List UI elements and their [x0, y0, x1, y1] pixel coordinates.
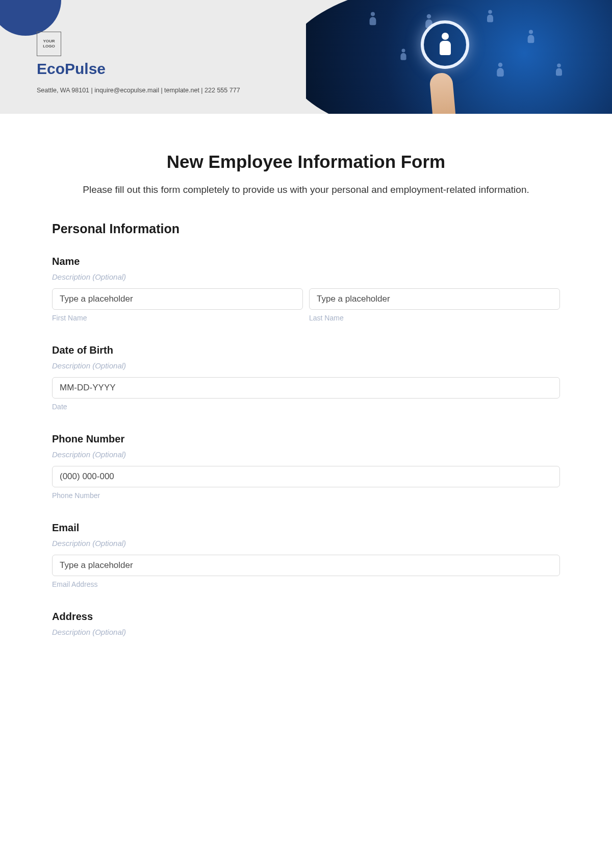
- person-highlight-icon: [421, 20, 469, 69]
- phone-label: Phone Number: [52, 433, 560, 445]
- dob-description[interactable]: Description (Optional): [52, 361, 560, 370]
- field-address: Address Description (Optional): [52, 611, 560, 636]
- email-input[interactable]: [52, 555, 560, 576]
- header: YOUR LOGO EcoPulse Seattle, WA 98101 | i…: [0, 0, 612, 114]
- email-label: Email: [52, 522, 560, 534]
- address-description[interactable]: Description (Optional): [52, 628, 560, 636]
- last-name-input[interactable]: [309, 288, 560, 310]
- form-title: New Employee Information Form: [52, 152, 560, 172]
- dob-input[interactable]: [52, 377, 560, 399]
- decorative-circle: [0, 0, 61, 36]
- section-personal-info: Personal Information: [52, 221, 560, 236]
- field-email: Email Description (Optional) Email Addre…: [52, 522, 560, 588]
- dob-label: Date of Birth: [52, 344, 560, 356]
- form-intro: Please fill out this form completely to …: [52, 182, 560, 197]
- phone-description[interactable]: Description (Optional): [52, 450, 560, 459]
- hero-image: [306, 0, 612, 114]
- name-label: Name: [52, 256, 560, 267]
- address-label: Address: [52, 611, 560, 623]
- last-name-sublabel: Last Name: [309, 314, 560, 322]
- contact-line: Seattle, WA 98101 | inquire@ecopulse.mai…: [37, 87, 240, 94]
- field-name: Name Description (Optional) First Name L…: [52, 256, 560, 322]
- logo-placeholder: YOUR LOGO: [37, 32, 61, 56]
- field-phone: Phone Number Description (Optional) Phon…: [52, 433, 560, 500]
- field-dob: Date of Birth Description (Optional) Dat…: [52, 344, 560, 411]
- email-description[interactable]: Description (Optional): [52, 539, 560, 548]
- dob-sublabel: Date: [52, 403, 560, 411]
- name-description[interactable]: Description (Optional): [52, 272, 560, 281]
- brand-name: EcoPulse: [37, 60, 106, 78]
- phone-sublabel: Phone Number: [52, 491, 560, 500]
- email-sublabel: Email Address: [52, 580, 560, 588]
- first-name-input[interactable]: [52, 288, 303, 310]
- phone-input[interactable]: [52, 466, 560, 487]
- form-body: New Employee Information Form Please fil…: [0, 114, 612, 636]
- first-name-sublabel: First Name: [52, 314, 303, 322]
